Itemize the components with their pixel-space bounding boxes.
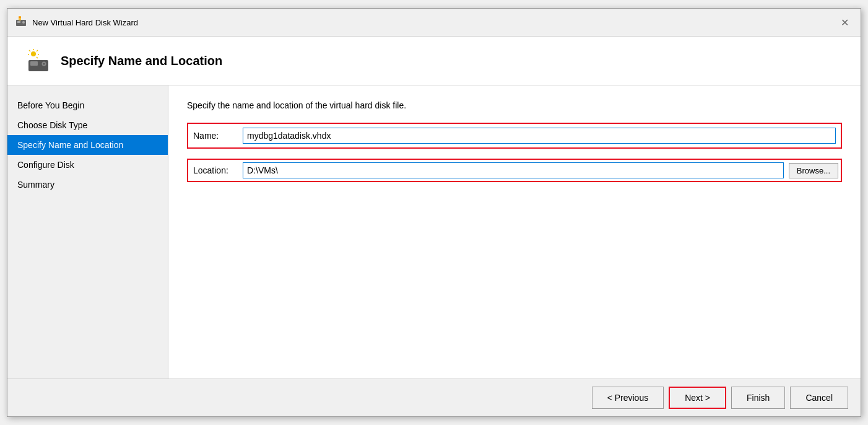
title-bar-text: New Virtual Hard Disk Wizard: [32, 18, 138, 27]
dialog-window: New Virtual Hard Disk Wizard ✕ Specify N…: [7, 8, 861, 417]
header-area: Specify Name and Location: [7, 37, 861, 85]
svg-point-6: [31, 51, 36, 56]
left-nav: Before You Begin Choose Disk Type Specif…: [7, 85, 168, 379]
title-bar-left: New Virtual Hard Disk Wizard: [15, 16, 138, 28]
footer: < Previous Next > Finish Cancel: [7, 379, 861, 416]
svg-point-16: [43, 63, 45, 65]
browse-button[interactable]: Browse...: [789, 163, 838, 178]
name-input[interactable]: [243, 128, 836, 144]
right-content: Specify the name and location of the vir…: [168, 85, 861, 379]
title-bar: New Virtual Hard Disk Wizard ✕: [7, 9, 861, 37]
next-button[interactable]: Next >: [669, 387, 726, 409]
header-disk-icon: [26, 49, 51, 72]
wizard-icon: [15, 16, 27, 28]
location-label: Location:: [193, 165, 243, 175]
nav-item-choose-disk-type[interactable]: Choose Disk Type: [7, 115, 168, 135]
name-label: Name:: [193, 131, 243, 141]
main-content: Before You Begin Choose Disk Type Specif…: [7, 85, 861, 379]
finish-button[interactable]: Finish: [731, 387, 785, 409]
cancel-button[interactable]: Cancel: [790, 387, 848, 409]
svg-point-2: [22, 21, 25, 24]
description-text: Specify the name and location of the vir…: [187, 100, 842, 110]
location-row: Location: Browse...: [187, 159, 842, 182]
close-button[interactable]: ✕: [836, 14, 853, 31]
svg-rect-1: [17, 21, 20, 23]
name-row: Name:: [187, 123, 842, 149]
svg-line-8: [37, 50, 38, 51]
svg-rect-14: [30, 61, 38, 66]
nav-item-configure-disk[interactable]: Configure Disk: [7, 155, 168, 175]
svg-line-10: [37, 57, 38, 58]
nav-item-summary[interactable]: Summary: [7, 175, 168, 195]
previous-button[interactable]: < Previous: [592, 387, 664, 409]
svg-line-11: [29, 50, 30, 51]
nav-item-before-you-begin[interactable]: Before You Begin: [7, 95, 168, 115]
location-input[interactable]: [243, 162, 784, 178]
nav-item-specify-name-location[interactable]: Specify Name and Location: [7, 135, 168, 155]
header-title: Specify Name and Location: [61, 54, 222, 68]
